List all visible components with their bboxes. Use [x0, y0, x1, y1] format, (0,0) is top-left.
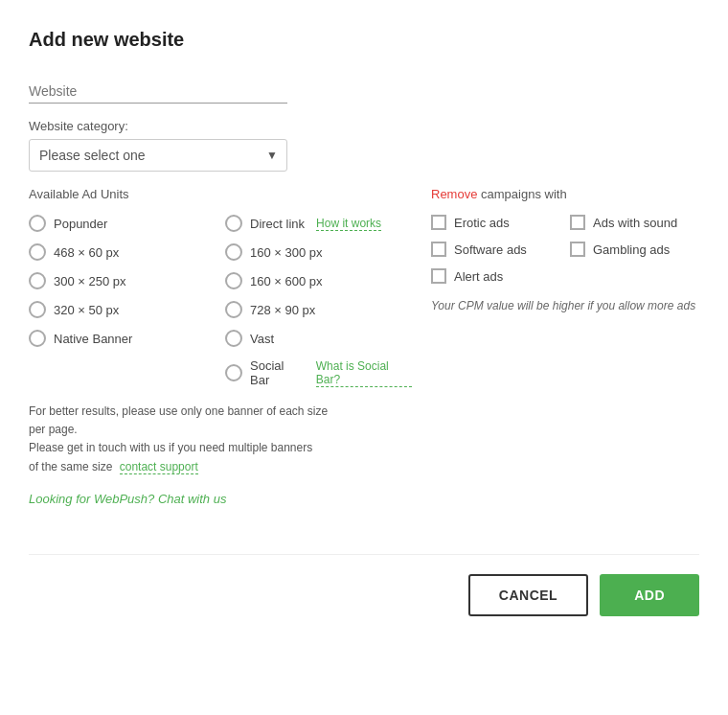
- ad-unit-160x600[interactable]: 160 × 600 px: [225, 272, 412, 289]
- website-input[interactable]: [29, 80, 287, 104]
- filter-ads-with-sound[interactable]: Ads with sound: [570, 215, 699, 230]
- ad-unit-160x300[interactable]: 160 × 300 px: [225, 243, 412, 261]
- radio-native-banner[interactable]: [29, 330, 46, 347]
- filter-erotic-ads[interactable]: Erotic ads: [431, 215, 560, 230]
- radio-300x250[interactable]: [29, 272, 46, 289]
- ad-unit-popunder[interactable]: Popunder: [29, 215, 216, 232]
- ad-unit-direct-link[interactable]: Direct link How it works: [225, 215, 412, 232]
- cpm-note: Your CPM value will be higher if you all…: [431, 299, 699, 312]
- page-title: Add new website: [29, 29, 699, 51]
- filter-alert-ads[interactable]: Alert ads: [431, 268, 560, 284]
- checkbox-ads-with-sound[interactable]: [570, 215, 585, 230]
- ad-unit-468x60[interactable]: 468 × 60 px: [29, 243, 216, 261]
- filter-software-ads[interactable]: Software ads: [431, 242, 560, 257]
- radio-468x60[interactable]: [29, 243, 46, 261]
- radio-320x50[interactable]: [29, 301, 46, 318]
- ad-unit-native-banner[interactable]: Native Banner: [29, 330, 216, 347]
- ad-unit-vast[interactable]: Vast: [225, 330, 412, 347]
- category-select-wrapper: Please select one Blog News Entertainmen…: [29, 139, 287, 172]
- radio-popunder[interactable]: [29, 215, 46, 232]
- ad-units-title: Available Ad Units: [29, 187, 412, 201]
- ad-unit-320x50[interactable]: 320 × 50 px: [29, 301, 216, 318]
- radio-direct-link[interactable]: [225, 215, 242, 232]
- ad-unit-728x90[interactable]: 728 × 90 px: [225, 301, 412, 318]
- cancel-button[interactable]: CANCEL: [468, 574, 588, 616]
- checkbox-erotic-ads[interactable]: [431, 215, 446, 230]
- ad-unit-300x250[interactable]: 300 × 250 px: [29, 272, 216, 289]
- how-it-works-link[interactable]: How it works: [316, 217, 381, 231]
- footer-buttons: CANCEL ADD: [29, 554, 699, 616]
- remove-word: Remove: [431, 187, 477, 201]
- checkbox-alert-ads[interactable]: [431, 268, 446, 284]
- remove-campaigns-title: Remove campaigns with: [431, 187, 699, 201]
- radio-728x90[interactable]: [225, 301, 242, 318]
- ad-units-grid: Popunder Direct link How it works 468 × …: [29, 215, 412, 387]
- webpush-chat-link[interactable]: Looking for WebPush? Chat with us: [29, 492, 226, 506]
- add-button[interactable]: ADD: [600, 574, 699, 616]
- filter-gambling-ads[interactable]: Gambling ads: [570, 242, 699, 257]
- what-is-social-bar-link[interactable]: What is Social Bar?: [316, 359, 412, 387]
- radio-social-bar[interactable]: [225, 364, 242, 381]
- filter-grid: Erotic ads Ads with sound Software ads G…: [431, 215, 699, 284]
- contact-support-link[interactable]: contact support: [120, 460, 198, 474]
- category-select[interactable]: Please select one Blog News Entertainmen…: [29, 139, 287, 172]
- info-text: For better results, please use only one …: [29, 403, 412, 476]
- checkbox-gambling-ads[interactable]: [570, 242, 585, 257]
- radio-160x600[interactable]: [225, 272, 242, 289]
- radio-160x300[interactable]: [225, 243, 242, 261]
- radio-vast[interactable]: [225, 330, 242, 347]
- ad-unit-social-bar[interactable]: Social Bar What is Social Bar?: [225, 358, 412, 387]
- category-label: Website category:: [29, 119, 699, 133]
- checkbox-software-ads[interactable]: [431, 242, 446, 257]
